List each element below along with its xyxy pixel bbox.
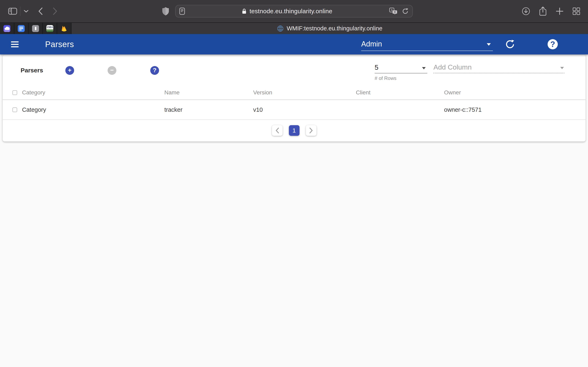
titlebar-divider: [20, 7, 20, 16]
previous-page-button[interactable]: [272, 125, 283, 136]
download-icon: [522, 7, 530, 16]
panel-toolbar: Parsers + − ? 5 # of Rows Add Column: [3, 55, 586, 86]
tab-strip: USDA WMIF:testnode.eu.thingularity.onlin…: [0, 22, 588, 34]
add-column-select[interactable]: Add Column: [433, 62, 564, 73]
chevron-left-icon: [275, 127, 279, 133]
active-tab-title: WMIF:testnode.eu.thingularity.online: [287, 25, 382, 32]
app-bar: Parsers Admin ?: [0, 34, 588, 54]
chevron-down-icon: [24, 10, 29, 13]
letter-i-favicon-icon: [32, 25, 39, 32]
share-button[interactable]: [539, 6, 547, 16]
row-checkbox[interactable]: [12, 108, 17, 112]
pinned-tab-icloud[interactable]: [0, 23, 14, 34]
plus-icon: +: [68, 67, 72, 73]
tab-grid-icon: [572, 7, 581, 16]
question-icon: ?: [153, 67, 156, 73]
remove-parser-button[interactable]: −: [108, 66, 116, 75]
globe-favicon-icon: [277, 25, 284, 32]
parsers-panel: Parsers + − ? 5 # of Rows Add Column Cat…: [3, 55, 586, 142]
rows-per-page-value: 5: [375, 64, 378, 71]
rows-per-page-caption: # of Rows: [375, 75, 427, 81]
new-tab-button[interactable]: [555, 7, 564, 15]
panel-title: Parsers: [21, 67, 44, 74]
table-header-row: Category Name Version Client Owner: [3, 86, 586, 100]
translate-button[interactable]: A ✼: [389, 8, 397, 15]
add-parser-button[interactable]: +: [65, 66, 74, 75]
reload-button[interactable]: [402, 8, 409, 15]
current-page-number: 1: [292, 127, 296, 134]
column-header-name[interactable]: Name: [164, 89, 253, 96]
refresh-icon: [505, 39, 515, 50]
account-caret-icon: [487, 43, 491, 46]
sidebar-icon: [8, 8, 17, 15]
reader-mode-button[interactable]: [179, 8, 185, 15]
next-page-button[interactable]: [306, 125, 316, 136]
forward-icon: [53, 7, 58, 15]
pagination: 1: [3, 120, 586, 136]
tab-overview-button[interactable]: [572, 7, 581, 16]
help-icon: ?: [550, 40, 555, 48]
refresh-button[interactable]: [505, 39, 515, 50]
account-select-value: Admin: [361, 40, 382, 48]
svg-text:✼: ✼: [394, 11, 396, 13]
column-header-owner[interactable]: Owner: [444, 89, 586, 96]
table-row[interactable]: Category tracker v10 owner-c::7571: [3, 100, 586, 120]
add-column-caret-icon: [560, 67, 564, 69]
sidebar-toggle-button[interactable]: [8, 8, 17, 15]
reader-icon: [179, 8, 185, 15]
url-bar[interactable]: testnode.eu.thingularity.online A ✼: [175, 5, 413, 17]
translate-icon: A ✼: [389, 8, 397, 15]
downloads-button[interactable]: [522, 7, 530, 16]
pinned-tab-usda[interactable]: USDA: [43, 23, 57, 34]
rows-caret-icon: [422, 67, 426, 69]
document-lines-favicon-icon: [18, 25, 25, 32]
pinned-tab-info[interactable]: [29, 23, 43, 34]
page-title: Parsers: [45, 40, 74, 49]
menu-button[interactable]: [11, 42, 18, 47]
url-display[interactable]: testnode.eu.thingularity.online: [185, 8, 389, 15]
reload-icon: [402, 8, 409, 15]
column-header-version[interactable]: Version: [253, 89, 356, 96]
share-icon: [539, 6, 547, 16]
titlebar-left-controls: [0, 7, 58, 16]
firebase-flame-favicon-icon: [61, 25, 68, 32]
sidebar-chevron-button[interactable]: [24, 10, 29, 13]
pinned-tab-firebase[interactable]: [57, 23, 71, 34]
pinned-tab-docs[interactable]: [14, 23, 29, 34]
cell-name: tracker: [164, 106, 253, 113]
rows-per-page-select[interactable]: 5 # of Rows: [375, 62, 427, 81]
shield-icon: [162, 7, 169, 16]
titlebar-right-controls: [522, 0, 581, 22]
account-select[interactable]: Admin: [361, 38, 493, 51]
usda-favicon-icon: USDA: [46, 25, 53, 32]
lock-icon: [242, 8, 247, 14]
back-button[interactable]: [38, 7, 43, 15]
svg-text:A: A: [391, 8, 393, 12]
browser-titlebar: testnode.eu.thingularity.online A ✼: [0, 0, 588, 22]
minus-icon: −: [110, 67, 114, 73]
cell-owner: owner-c::7571: [444, 106, 586, 113]
page-1-button[interactable]: 1: [289, 125, 300, 136]
chevron-right-icon: [309, 127, 313, 133]
icloud-favicon-icon: [3, 25, 10, 32]
cell-category: Category: [22, 106, 164, 113]
select-all-checkbox[interactable]: [12, 90, 17, 95]
privacy-report-button[interactable]: [162, 7, 169, 17]
panel-help-button[interactable]: ?: [150, 66, 159, 75]
active-tab[interactable]: WMIF:testnode.eu.thingularity.online: [71, 23, 588, 34]
column-header-category[interactable]: Category: [22, 89, 164, 96]
usda-favicon-text: USDA: [46, 25, 53, 29]
help-button[interactable]: ?: [548, 39, 558, 49]
hamburger-icon: [11, 42, 18, 42]
cell-version: v10: [253, 106, 356, 113]
plus-icon: [555, 7, 564, 15]
forward-button[interactable]: [53, 7, 58, 15]
column-header-client[interactable]: Client: [356, 89, 444, 96]
back-icon: [38, 7, 43, 15]
url-text: testnode.eu.thingularity.online: [250, 8, 332, 15]
add-column-placeholder: Add Column: [433, 63, 472, 71]
